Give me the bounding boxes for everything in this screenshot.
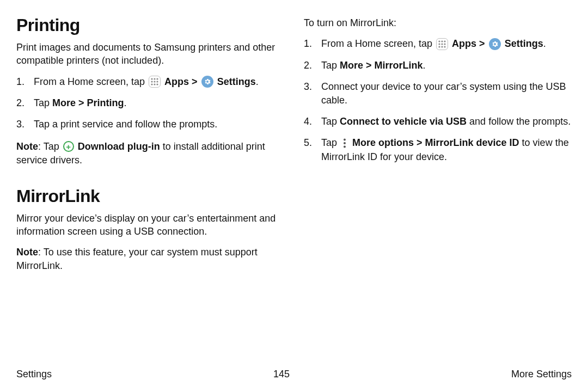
mirrorlink-lead: To turn on MirrorLink: [304,16,572,29]
svg-point-4 [154,81,155,82]
breadcrumb-sep: > [479,38,488,49]
left-column: Printing Print images and documents to S… [16,13,284,279]
more-options-icon [341,137,348,149]
svg-point-17 [444,46,445,47]
breadcrumb-sep: > [192,76,200,87]
svg-point-12 [438,43,440,45]
settings-label: Settings [217,76,256,87]
svg-point-3 [151,81,152,82]
svg-point-8 [156,83,158,85]
step-post: . [423,60,426,71]
step-post: . [124,97,127,108]
svg-point-1 [154,78,155,79]
mirrorlink-steps: From a Home screen, tap Apps > Settings.… [304,37,572,163]
svg-point-20 [344,145,346,148]
step-bold: More options > MirrorLink device ID [352,137,519,148]
svg-point-6 [151,83,152,85]
step-text: From a Home screen, tap [34,76,148,87]
step-text: Tap [321,116,340,127]
step-text: From a Home screen, tap [321,38,435,49]
step-post: . [543,38,546,49]
step-bold: More > MirrorLink [340,60,423,71]
step-text: Tap [34,97,52,108]
svg-point-7 [154,83,155,85]
printing-step-1: From a Home screen, tap Apps > Settings. [16,75,284,89]
apps-icon [436,38,448,50]
svg-point-13 [441,43,443,45]
step-bold: Connect to vehicle via USB [340,116,467,127]
printing-steps: From a Home screen, tap Apps > Settings.… [16,75,284,132]
svg-point-19 [344,142,346,144]
apps-label: Apps [452,38,476,49]
svg-point-9 [438,40,440,42]
mirrorlink-intro: Mirror your device’s display on your car… [16,212,284,238]
heading-printing: Printing [16,15,284,35]
settings-icon [489,38,501,50]
right-column: To turn on MirrorLink: From a Home scree… [304,13,572,279]
note-post: : To use this feature, your car system m… [16,247,258,271]
svg-point-16 [441,46,443,47]
mirrorlink-step-3: Connect your device to your car’s system… [304,80,572,107]
printing-step-2: Tap More > Printing. [16,96,284,110]
svg-point-11 [444,40,445,42]
svg-point-15 [438,46,440,47]
heading-mirrorlink: MirrorLink [16,186,284,206]
svg-point-10 [441,40,443,42]
page-columns: Printing Print images and documents to S… [16,13,572,279]
note-bold: Download plug-in [78,141,160,152]
footer-left: Settings [16,369,52,380]
printing-intro: Print images and documents to Samsung pr… [16,41,284,68]
mirrorlink-step-5: Tap More options > MirrorLink device ID … [304,136,572,163]
apps-icon [149,76,161,88]
apps-label: Apps [164,76,189,87]
note-label: Note [16,141,38,152]
footer-page-number: 145 [273,369,290,380]
svg-point-14 [444,43,445,45]
mirrorlink-step-4: Tap Connect to vehicle via USB and follo… [304,115,572,128]
svg-point-5 [156,81,158,82]
svg-point-0 [151,78,152,79]
note-pre: : Tap [38,141,62,152]
mirrorlink-step-2: Tap More > MirrorLink. [304,59,572,72]
settings-icon [201,76,213,88]
step-bold: More > Printing [52,97,124,108]
svg-point-18 [344,138,346,140]
settings-label: Settings [505,38,543,49]
mirrorlink-note: Note: To use this feature, your car syst… [16,246,284,273]
printing-step-3: Tap a print service and follow the promp… [16,118,284,131]
page-footer: Settings 145 More Settings [16,369,572,380]
footer-right: More Settings [511,369,572,380]
plus-icon: + [63,141,74,152]
step-post: . [256,76,259,87]
note-label: Note [16,247,38,258]
svg-point-2 [156,78,158,79]
step-text: Tap [321,137,340,148]
step-text: Tap [321,60,340,71]
mirrorlink-step-1: From a Home screen, tap Apps > Settings. [304,37,572,51]
step-post: and follow the prompts. [467,116,571,127]
printing-note: Note: Tap + Download plug-in to install … [16,140,284,167]
